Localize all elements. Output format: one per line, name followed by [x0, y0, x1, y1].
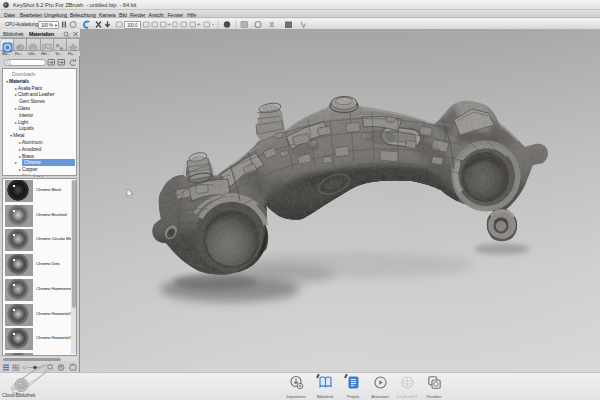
svg-text:Cloud-Bibliothek: Cloud-Bibliothek [2, 392, 36, 398]
